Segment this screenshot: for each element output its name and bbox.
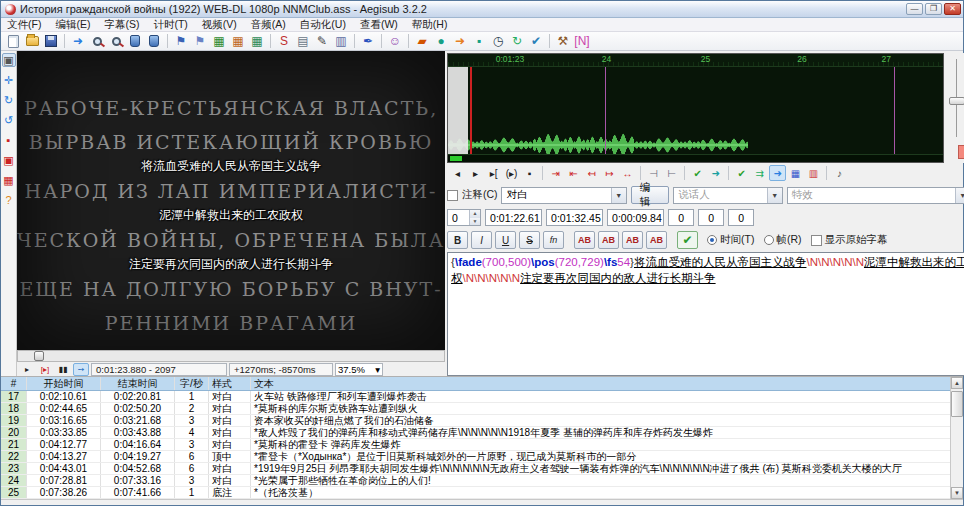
waveform[interactable] (448, 67, 748, 163)
audio-play-line-icon[interactable]: (▸) (503, 165, 520, 181)
video-seek-bar[interactable] (17, 350, 445, 362)
scroll-down-icon[interactable]: ▼ (951, 487, 963, 499)
lead-out-icon[interactable]: ⊢ (663, 165, 680, 181)
select-lines-flag-icon[interactable]: ⚑ (172, 33, 190, 49)
new-subtitles-icon[interactable] (4, 33, 22, 49)
menu-视频[interactable]: 视频(V) (202, 18, 237, 32)
video-pause-button[interactable]: ▮▮ (55, 363, 71, 376)
auto-next-icon[interactable]: ⇉ (751, 165, 768, 181)
start-time-field[interactable]: 0:01:22.61 (485, 209, 542, 226)
play-500ms-icon[interactable]: ↔ (619, 165, 636, 181)
attach-video-icon[interactable] (145, 33, 163, 49)
menu-帮助[interactable]: 帮助(H) (412, 18, 448, 32)
standard-mode-icon[interactable]: ▣ (2, 53, 16, 67)
keyframe-marker[interactable] (605, 67, 606, 154)
play-before-start-icon[interactable]: ⇥ (547, 165, 564, 181)
auto-scroll-icon[interactable]: ➜ (769, 165, 786, 181)
clip-rect-icon[interactable]: ▣ (2, 153, 16, 167)
scale-icon[interactable]: ▪ (2, 133, 16, 147)
scroll-up-icon[interactable]: ▲ (951, 377, 963, 389)
maximize-button[interactable]: ❐ (925, 3, 942, 15)
italic-button[interactable]: I (471, 231, 492, 249)
grid-scroll-thumb[interactable] (951, 391, 963, 417)
scroll-slider-handle[interactable] (949, 97, 964, 105)
vertical-link-button[interactable]: ⌣ (958, 145, 964, 159)
link-video-icon[interactable]: ▥ (805, 165, 822, 181)
edit-style-button[interactable]: 编辑 (631, 186, 670, 204)
strikeout-button[interactable]: S (519, 231, 540, 249)
style-select[interactable]: 对白▼ (501, 187, 626, 204)
margin-right-field[interactable]: 0 (698, 209, 724, 226)
resample-dot-icon[interactable]: ● (432, 33, 450, 49)
outline-color-button[interactable]: AB (622, 231, 643, 249)
play-after-end-icon[interactable]: ↦ (601, 165, 618, 181)
subtitle-row[interactable]: 170:02:10.610:02:20.811对白火车站 铁路修理厂和列车遭到爆… (1, 391, 950, 403)
automation-brush-icon[interactable]: ✒ (359, 33, 377, 49)
audio-stop-icon[interactable]: ▪ (521, 165, 538, 181)
open-subtitles-icon[interactable] (23, 33, 41, 49)
styles-manager-icon[interactable]: S (275, 33, 293, 49)
grid-scrollbar[interactable]: ▲ ▼ (950, 377, 963, 499)
audio-scroll-track[interactable] (448, 154, 943, 162)
karaoke-mode-icon[interactable]: ♪ (831, 165, 848, 181)
subtitle-text-editor[interactable]: {\fade(700,500)\pos(720,729)\fs54}将流血受难的… (447, 252, 964, 376)
go-to-selection-icon[interactable]: ➜ (707, 165, 724, 181)
primary-color-button[interactable]: AB (574, 231, 595, 249)
effect-select[interactable]: 特效▼ (787, 187, 964, 204)
play-before-end-icon[interactable]: ↤ (583, 165, 600, 181)
attach-audio-icon[interactable] (126, 33, 144, 49)
commit-button[interactable]: ✔ (677, 231, 698, 249)
end-time-field[interactable]: 0:01:32.45 (546, 209, 603, 226)
menu-计时[interactable]: 计时(T) (153, 18, 187, 32)
audio-prev-icon[interactable]: ◂ (449, 165, 466, 181)
rotate-xy-icon[interactable]: ↺ (2, 113, 16, 127)
spellcheck-icon[interactable]: ✔ (527, 33, 545, 49)
close-button[interactable]: ✕ (944, 3, 961, 15)
layer-stepper[interactable]: 0 ▲▼ (447, 209, 481, 226)
styles-grid-icon[interactable]: ▦ (210, 33, 228, 49)
video-display[interactable]: РАБОЧЕ-КРЕСТЬЯНСКАЯ ВЛАСТЬ,ВЫРВАВ ИСТЕКА… (17, 51, 445, 350)
scroll-slider[interactable] (956, 59, 957, 137)
paste-over-icon[interactable]: ▥ (332, 33, 350, 49)
secondary-color-button[interactable]: AB (598, 231, 619, 249)
audio-play-selection-icon[interactable]: ▸[ (485, 165, 502, 181)
margin-left-field[interactable]: 0 (668, 209, 694, 226)
stepper-down-icon[interactable]: ▼ (470, 218, 480, 226)
subtitle-row[interactable]: 240:07:28.810:07:33.163对白*光荣属于那些牺牲在革命岗位上… (1, 475, 950, 487)
comment-checkbox[interactable] (447, 190, 458, 201)
auto-commit-icon[interactable]: ✔ (733, 165, 750, 181)
spectrum-mode-icon[interactable]: ▦ (787, 165, 804, 181)
lead-in-icon[interactable]: ⊣ (645, 165, 662, 181)
menu-音频[interactable]: 音频(A) (251, 18, 286, 32)
search-replace-icon[interactable] (107, 33, 125, 49)
new-line-n-icon[interactable]: [N] (573, 33, 591, 49)
kanji-timer-hammer-icon[interactable]: ⚒ (554, 33, 572, 49)
jump-to-icon[interactable]: ➜ (69, 33, 87, 49)
menu-文件[interactable]: 文件(F) (7, 18, 41, 32)
timing-clock-icon[interactable]: ◷ (489, 33, 507, 49)
help-icon[interactable]: ? (2, 193, 16, 207)
video-seek-handle[interactable] (34, 351, 44, 361)
attachments-grid-icon[interactable]: ▦ (229, 33, 247, 49)
video-play-line-button[interactable]: [▸] (37, 363, 53, 376)
underline-button[interactable]: U (495, 231, 516, 249)
play-after-start-icon[interactable]: ⇤ (565, 165, 582, 181)
video-zoom-select[interactable]: 37.5% ▾ (335, 363, 383, 376)
shadow-color-button[interactable]: AB (646, 231, 667, 249)
bold-button[interactable]: B (447, 231, 468, 249)
timing-postprocessor-icon[interactable]: ↻ (508, 33, 526, 49)
duration-field[interactable]: 0:00:09.84 (607, 209, 664, 226)
rotate-z-icon[interactable]: ↻ (2, 93, 16, 107)
time-mode-radio[interactable] (707, 235, 717, 245)
subtitle-row[interactable]: 250:07:38.260:07:41.661底注*（托洛茨基） (1, 487, 950, 499)
menu-字幕[interactable]: 字幕(S) (104, 18, 139, 32)
actor-select[interactable]: 说话人▼ (673, 187, 783, 204)
menu-自动化[interactable]: 自动化(U) (300, 18, 346, 32)
snap-square-icon[interactable]: ▪ (470, 33, 488, 49)
font-button[interactable]: fn (543, 231, 564, 249)
frame-mode-radio[interactable] (764, 235, 774, 245)
subtitle-row[interactable]: 200:03:33.850:03:43.884对白*敌人炸毁了我们的弹药库和移动… (1, 427, 950, 439)
show-original-checkbox[interactable] (811, 235, 822, 246)
keyframe-marker[interactable] (894, 67, 895, 154)
properties-icon[interactable]: ▤ (294, 33, 312, 49)
